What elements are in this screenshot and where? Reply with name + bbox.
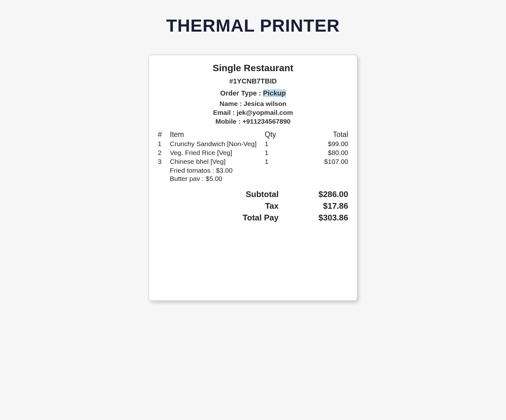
item-index: 2 <box>158 148 170 157</box>
customer-name-label: Name : <box>219 100 244 107</box>
header-item: Item <box>170 130 265 139</box>
order-id: #1YCNB7TBID <box>158 77 348 85</box>
tax-label: Tax <box>265 201 301 211</box>
item-name: Crunchy Sandwich [Non-Veg] <box>170 139 265 148</box>
item-qty: 1 <box>265 148 287 157</box>
restaurant-name: Single Restaurant <box>158 63 348 73</box>
table-row: 2 Veg. Fried Rice [Veg] 1 $80.00 <box>158 148 348 157</box>
item-index: 3 <box>158 157 170 166</box>
tax-value: $17.86 <box>301 201 348 211</box>
subtotal-row: Subtotal $286.00 <box>170 189 348 199</box>
customer-name-line: Name : Jesica wilson <box>158 100 348 108</box>
page-title: THERMAL PRINTER <box>0 0 506 36</box>
item-total: $99.00 <box>287 139 348 148</box>
item-qty: 1 <box>265 157 287 166</box>
items-table: # Item Qty Total 1 Crunchy Sandwich [Non… <box>158 130 348 166</box>
customer-email-value: jek@yopmail.com <box>237 109 293 116</box>
item-total: $80.00 <box>287 148 348 157</box>
totalpay-row: Total Pay $303.86 <box>170 213 348 223</box>
customer-mobile-value: +911234567890 <box>242 118 290 125</box>
customer-email-label: Email : <box>213 109 237 116</box>
totalpay-label: Total Pay <box>243 213 301 223</box>
receipt-header: Single Restaurant #1YCNB7TBID Order Type… <box>158 63 348 125</box>
totals-section: Subtotal $286.00 Tax $17.86 Total Pay $3… <box>158 189 348 223</box>
customer-name-value: Jesica wilson <box>244 100 286 107</box>
customer-email-line: Email : jek@yopmail.com <box>158 109 348 116</box>
header-index: # <box>158 130 170 139</box>
extras-list: Fried tomatos : $3.00 Butter pav : $5.00 <box>158 167 348 182</box>
table-row: 1 Crunchy Sandwich [Non-Veg] 1 $99.00 <box>158 139 348 148</box>
item-total: $107.00 <box>287 157 348 166</box>
order-type-line: Order Type : Pickup <box>158 89 348 97</box>
item-name: Chinese bhel [Veg] <box>170 157 265 166</box>
item-index: 1 <box>158 139 170 148</box>
table-row: 3 Chinese bhel [Veg] 1 $107.00 <box>158 157 348 166</box>
customer-mobile-label: Mobile : <box>215 118 242 125</box>
header-qty: Qty <box>265 130 287 139</box>
subtotal-label: Subtotal <box>246 189 301 199</box>
item-name: Veg. Fried Rice [Veg] <box>170 148 265 157</box>
extra-item: Butter pav : $5.00 <box>170 175 348 182</box>
order-type-value: Pickup <box>263 89 286 97</box>
customer-mobile-line: Mobile : +911234567890 <box>158 118 348 125</box>
tax-row: Tax $17.86 <box>170 201 348 211</box>
header-total: Total <box>287 130 348 139</box>
item-qty: 1 <box>265 139 287 148</box>
order-type-label: Order Type : <box>220 89 263 97</box>
extra-item: Fried tomatos : $3.00 <box>170 167 348 174</box>
totalpay-value: $303.86 <box>301 213 348 223</box>
subtotal-value: $286.00 <box>301 189 348 199</box>
receipt-card: Single Restaurant #1YCNB7TBID Order Type… <box>149 55 357 301</box>
